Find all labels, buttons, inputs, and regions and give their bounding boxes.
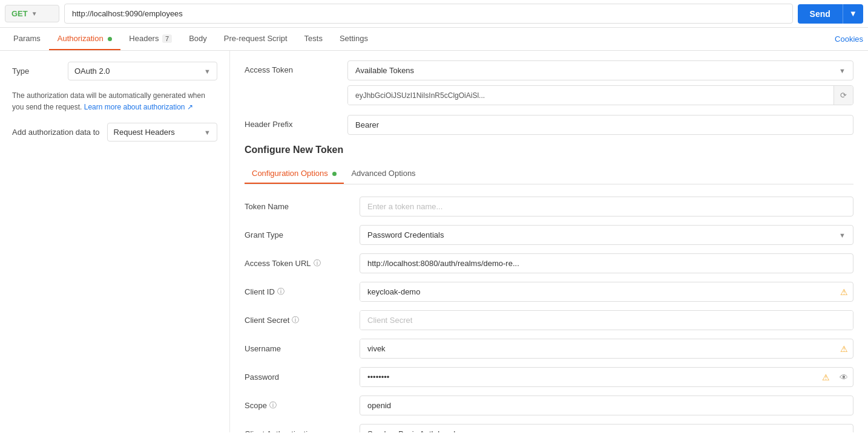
client-id-label: Client ID ⓘ <box>245 287 347 297</box>
config-tab-options-dot <box>332 172 337 176</box>
password-label: Password <box>245 373 347 382</box>
configure-title: Configure New Token <box>245 145 853 155</box>
scope-label: Scope ⓘ <box>245 400 347 411</box>
password-row: Password ⚠ 👁 <box>245 367 853 387</box>
username-input-wrapper: ⚠ <box>360 339 853 359</box>
token-value: eyJhbGciOiJSUzI1NiIsInR5cClgOiAiSl... <box>348 86 833 105</box>
username-input[interactable] <box>360 339 835 358</box>
tab-headers-label: Headers <box>129 34 159 43</box>
access-token-url-input[interactable] <box>360 253 853 273</box>
scope-row: Scope ⓘ <box>245 395 853 415</box>
auth-note: The authorization data will be automatic… <box>12 90 217 113</box>
tab-params-label: Params <box>13 34 41 43</box>
type-chevron-icon: ▼ <box>204 68 211 75</box>
tab-body-label: Body <box>189 34 207 43</box>
token-name-row: Token Name <box>245 197 853 216</box>
access-token-section: Access Token Available Tokens ▼ eyJhbGci… <box>245 60 853 105</box>
token-copy-button[interactable]: ⟳ <box>833 86 853 105</box>
client-secret-label: Client Secret ⓘ <box>245 315 347 325</box>
url-input[interactable] <box>64 4 793 24</box>
tab-pre-request-script[interactable]: Pre-request Script <box>215 28 296 50</box>
add-auth-value: Request Headers <box>114 128 175 137</box>
type-select[interactable]: OAuth 2.0 ▼ <box>68 62 217 80</box>
client-secret-input[interactable] <box>360 311 853 330</box>
send-button[interactable]: Send <box>798 4 843 24</box>
username-warn-icon: ⚠ <box>835 344 853 354</box>
scope-input[interactable] <box>360 395 853 415</box>
token-name-input[interactable] <box>360 197 853 216</box>
access-token-label: Access Token <box>245 60 335 74</box>
type-value: OAuth 2.0 <box>74 67 110 76</box>
tab-authorization-label: Authorization <box>58 34 104 43</box>
send-dropdown-button[interactable]: ▼ <box>843 4 863 24</box>
tab-settings-label: Settings <box>340 34 368 43</box>
access-token-url-row: Access Token URL ⓘ <box>245 253 853 273</box>
available-tokens-label: Available Tokens <box>355 66 414 75</box>
password-input-wrapper: ⚠ 👁 <box>360 367 853 387</box>
add-auth-label: Add authorization data to <box>12 128 100 137</box>
grant-type-select[interactable]: Password Credentials ▼ <box>360 225 853 245</box>
token-name-label: Token Name <box>245 202 347 211</box>
client-id-info-icon[interactable]: ⓘ <box>277 287 284 297</box>
tab-pre-request-label: Pre-request Script <box>224 34 288 43</box>
send-button-wrapper: Send ▼ <box>798 4 863 24</box>
main-content: Type OAuth 2.0 ▼ The authorization data … <box>0 51 868 432</box>
scope-info-icon[interactable]: ⓘ <box>269 400 277 411</box>
left-panel: Type OAuth 2.0 ▼ The authorization data … <box>0 51 230 432</box>
client-auth-value: Send as Basic Auth header <box>367 429 462 432</box>
method-select[interactable]: GET ▼ <box>5 5 59 22</box>
client-id-row: Client ID ⓘ ⚠ <box>245 282 853 302</box>
add-auth-chevron-icon: ▼ <box>204 129 211 136</box>
password-warn-icon: ⚠ <box>817 373 835 382</box>
method-label: GET <box>12 9 28 18</box>
config-tab-advanced[interactable]: Advanced Options <box>344 164 422 184</box>
grant-type-chevron-icon: ▼ <box>839 232 846 239</box>
username-row: Username ⚠ <box>245 339 853 359</box>
tab-params[interactable]: Params <box>5 28 49 50</box>
tab-headers-badge: 7 <box>162 34 172 43</box>
top-bar: GET ▼ Send ▼ <box>0 0 868 28</box>
tab-headers[interactable]: Headers 7 <box>120 28 180 50</box>
tab-body[interactable]: Body <box>180 28 215 50</box>
available-tokens-chevron-icon: ▼ <box>839 67 846 74</box>
add-auth-row: Add authorization data to Request Header… <box>12 123 217 142</box>
access-token-content: Available Tokens ▼ eyJhbGciOiJSUzI1NiIsI… <box>347 60 853 105</box>
cookies-link[interactable]: Cookies <box>835 34 863 44</box>
access-token-url-label: Access Token URL ⓘ <box>245 258 347 268</box>
type-label: Type <box>12 67 61 76</box>
config-tab-options[interactable]: Configuration Options <box>245 164 344 184</box>
client-id-input[interactable] <box>360 282 835 301</box>
type-row: Type OAuth 2.0 ▼ <box>12 62 217 80</box>
client-auth-row: Client Authentication Send as Basic Auth… <box>245 424 853 432</box>
config-tab-advanced-label: Advanced Options <box>351 169 415 178</box>
tab-tests-label: Tests <box>304 34 323 43</box>
add-auth-select[interactable]: Request Headers ▼ <box>107 123 217 142</box>
grant-type-row: Grant Type Password Credentials ▼ <box>245 225 853 245</box>
access-token-url-info-icon[interactable]: ⓘ <box>314 258 321 268</box>
header-prefix-section: Header Prefix <box>245 115 853 135</box>
header-prefix-content <box>347 115 853 135</box>
password-input[interactable] <box>360 368 817 386</box>
tab-bar: Params Authorization Headers 7 Body Pre-… <box>0 28 868 51</box>
config-tab-bar: Configuration Options Advanced Options <box>245 164 853 184</box>
client-id-warn-icon: ⚠ <box>835 287 853 297</box>
grant-type-label: Grant Type <box>245 230 347 239</box>
learn-more-link[interactable]: Learn more about authorization ↗ <box>84 103 193 111</box>
client-secret-info-icon[interactable]: ⓘ <box>292 315 299 325</box>
config-tab-options-label: Configuration Options <box>252 169 328 178</box>
tab-authorization-dot <box>108 37 112 41</box>
header-prefix-input[interactable] <box>347 115 853 135</box>
tab-settings[interactable]: Settings <box>331 28 376 50</box>
client-auth-label: Client Authentication <box>245 429 347 432</box>
tab-tests[interactable]: Tests <box>296 28 331 50</box>
header-prefix-label: Header Prefix <box>245 115 335 129</box>
token-value-row: eyJhbGciOiJSUzI1NiIsInR5cClgOiAiSl... ⟳ <box>347 85 853 105</box>
client-secret-row: Client Secret ⓘ <box>245 310 853 330</box>
right-panel: Access Token Available Tokens ▼ eyJhbGci… <box>230 51 868 432</box>
client-auth-select[interactable]: Send as Basic Auth header ▼ <box>360 424 853 432</box>
password-eye-icon[interactable]: 👁 <box>835 373 853 382</box>
method-chevron-icon: ▼ <box>31 10 38 17</box>
available-tokens-dropdown[interactable]: Available Tokens ▼ <box>347 60 853 80</box>
tab-authorization[interactable]: Authorization <box>49 28 121 50</box>
grant-type-value: Password Credentials <box>367 230 444 239</box>
